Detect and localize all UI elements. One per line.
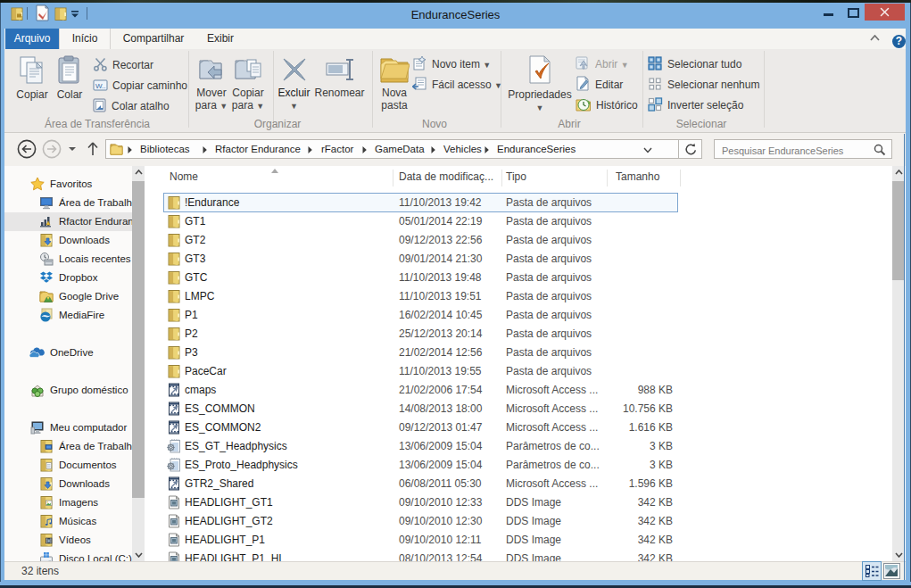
svg-text:W..: W..: [95, 82, 106, 90]
